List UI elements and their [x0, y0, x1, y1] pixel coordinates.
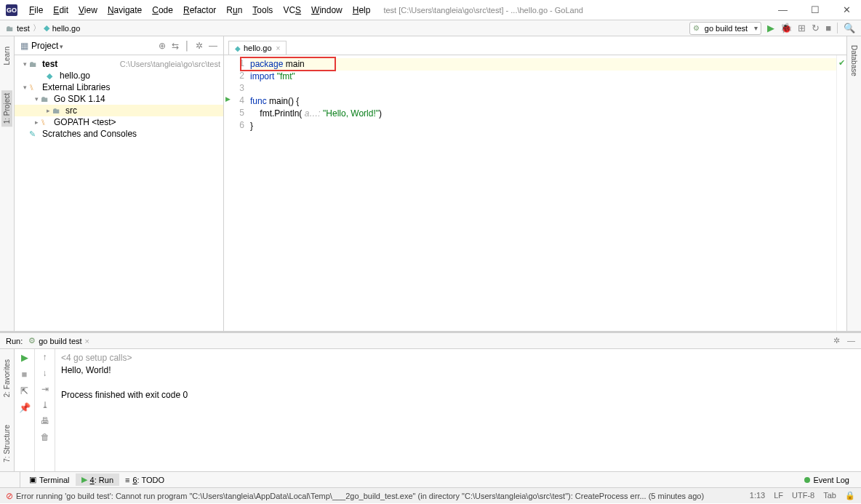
run-button[interactable]: ▶: [767, 23, 774, 33]
run-toolbar-left: ▶ ■ ⇱ 📌: [15, 349, 35, 471]
status-indent[interactable]: Tab: [823, 491, 836, 500]
folder-icon: 🖿: [6, 24, 14, 33]
stop-button[interactable]: ■: [825, 23, 831, 33]
rail-structure[interactable]: 7: Structure: [1, 422, 12, 465]
print-button[interactable]: 🖶: [41, 416, 49, 426]
go-file-icon: ◆: [47, 71, 57, 81]
breadcrumb-file[interactable]: hello.go: [52, 24, 81, 33]
tree-file-hello[interactable]: ◆ hello.go: [15, 70, 223, 81]
run-hide-icon[interactable]: —: [847, 336, 855, 345]
run-config-tab-label: go build test: [39, 337, 81, 345]
console-stdout: Hello, World!: [61, 364, 855, 377]
menu-tools[interactable]: Tools: [248, 4, 277, 17]
tree-scratches[interactable]: ✎ Scratches and Consoles: [15, 128, 223, 140]
coverage-button[interactable]: ⊞: [798, 23, 806, 33]
rail-database[interactable]: Database: [849, 42, 860, 79]
down-button[interactable]: ↓: [43, 368, 47, 378]
maximize-button[interactable]: ☐: [806, 3, 824, 17]
clear-button[interactable]: 🗑: [41, 432, 49, 442]
run-icon: ▶: [81, 475, 87, 484]
project-expand-icon[interactable]: ⇆: [172, 41, 179, 51]
project-hide-icon[interactable]: —: [209, 41, 217, 51]
menu-vcs[interactable]: VCS: [279, 4, 305, 17]
todo-icon: ≡: [125, 476, 129, 484]
window-title: test [C:\Users\tangleia\go\src\test] - .…: [383, 6, 583, 15]
tree-root[interactable]: ▾ 🖿 test C:\Users\tangleia\go\src\test: [15, 58, 223, 70]
gutter-run-icon[interactable]: ▶: [225, 95, 231, 103]
project-tree: ▾ 🖿 test C:\Users\tangleia\go\src\test ◆…: [15, 55, 223, 331]
menu-file[interactable]: File: [25, 4, 47, 17]
stop-button[interactable]: ■: [22, 369, 28, 380]
menu-help[interactable]: Help: [348, 4, 375, 17]
rerun-button[interactable]: ▶: [21, 352, 28, 363]
navbar: 🖿 test 〉 ◆ hello.go ⚙ go build test ▶ 🐞 …: [0, 20, 861, 36]
menu-run[interactable]: Run: [222, 4, 247, 17]
tree-sdk[interactable]: ▾ 🖿 Go SDK 1.14: [15, 93, 223, 105]
tab-terminal[interactable]: ▣ Terminal: [23, 473, 76, 486]
tab-run[interactable]: ▶ 4: Run: [76, 473, 119, 486]
rail-favorites[interactable]: 2: Favorites: [1, 356, 12, 400]
menu-bar: File Edit View Navigate Code Refactor Ru…: [25, 4, 375, 17]
project-settings-icon[interactable]: ✲: [196, 41, 203, 51]
left-tool-rail: Learn 1: Project: [0, 36, 15, 331]
library-icon: ⑊: [41, 118, 51, 127]
project-locate-icon[interactable]: ⊕: [159, 41, 166, 51]
menu-code[interactable]: Code: [148, 4, 177, 17]
status-caret-pos[interactable]: 1:13: [750, 491, 765, 500]
menu-refactor[interactable]: Refactor: [179, 4, 220, 17]
breadcrumb-project[interactable]: test: [17, 24, 30, 33]
run-config-label: go build test: [705, 24, 748, 33]
terminal-icon: ▣: [29, 475, 36, 484]
soft-wrap-button[interactable]: ⇥: [41, 384, 49, 394]
minimize-button[interactable]: —: [774, 3, 792, 17]
editor-tab-label: hello.go: [244, 44, 272, 52]
profile-button[interactable]: ↻: [812, 23, 820, 33]
project-collapse-icon[interactable]: │: [185, 41, 191, 51]
inspection-ok-icon[interactable]: ✔: [838, 58, 845, 68]
status-encoding[interactable]: UTF-8: [792, 491, 814, 500]
folder-icon: 🖿: [29, 60, 39, 68]
event-log-dot-icon: [804, 477, 810, 483]
breadcrumb-sep: 〉: [33, 23, 41, 33]
close-icon[interactable]: ×: [276, 44, 281, 52]
tree-gopath[interactable]: ▸ ⑊ GOPATH <test>: [15, 116, 223, 128]
status-lock-icon[interactable]: 🔒: [845, 491, 855, 500]
tree-src[interactable]: ▸ 🖿 src: [15, 105, 223, 116]
tab-todo[interactable]: ≡ 6: TODO: [119, 474, 170, 486]
tree-external-libs[interactable]: ▾ ⑊ External Libraries: [15, 81, 223, 93]
editor-tab-hello[interactable]: ◆ hello.go ×: [228, 41, 287, 55]
menu-view[interactable]: View: [74, 4, 102, 17]
folder-icon: 🖿: [41, 95, 51, 103]
run-console[interactable]: <4 go setup calls> Hello, World! Process…: [55, 349, 861, 471]
menu-window[interactable]: Window: [307, 4, 347, 17]
tab-event-log[interactable]: Event Log: [798, 474, 855, 486]
run-settings-icon[interactable]: ✲: [833, 336, 840, 345]
run-config-tab[interactable]: ⚙ go build test ×: [28, 336, 89, 345]
pin-button[interactable]: 📌: [19, 402, 31, 413]
exit-button[interactable]: ⇱: [20, 385, 28, 396]
rail-learn[interactable]: Learn: [1, 44, 12, 68]
titlebar: GO File Edit View Navigate Code Refactor…: [0, 0, 861, 20]
menu-edit[interactable]: Edit: [49, 4, 73, 17]
search-button[interactable]: 🔍: [837, 23, 855, 33]
scroll-end-button[interactable]: ⤓: [41, 400, 49, 410]
project-view-icon: ▦: [20, 41, 28, 51]
editor-right-margin: ✔: [836, 55, 846, 331]
folder-icon: 🖿: [52, 106, 63, 115]
error-icon[interactable]: ⊘: [6, 491, 13, 501]
editor-panel: ◆ hello.go × 1 2 3 4▶ 5 6 package main i…: [224, 36, 846, 331]
rail-project[interactable]: 1: Project: [1, 90, 12, 127]
build-icon: ⚙: [693, 24, 700, 32]
code-area[interactable]: package main import "fmt" func main() { …: [250, 55, 836, 331]
status-error-text[interactable]: Error running 'go build test': Cannot ru…: [16, 492, 744, 500]
menu-navigate[interactable]: Navigate: [103, 4, 146, 17]
editor-body[interactable]: 1 2 3 4▶ 5 6 package main import "fmt" f…: [224, 55, 846, 331]
up-button[interactable]: ↑: [43, 352, 47, 362]
close-icon[interactable]: ×: [85, 337, 89, 345]
close-button[interactable]: ✕: [838, 3, 855, 17]
status-line-sep[interactable]: LF: [774, 491, 783, 500]
project-panel-title[interactable]: Project▾: [31, 41, 159, 51]
run-config-select[interactable]: ⚙ go build test: [689, 22, 761, 35]
project-panel: ▦ Project▾ ⊕ ⇆ │ ✲ — ▾ 🖿 test C:\Users\t…: [15, 36, 224, 331]
debug-button[interactable]: 🐞: [780, 23, 792, 33]
